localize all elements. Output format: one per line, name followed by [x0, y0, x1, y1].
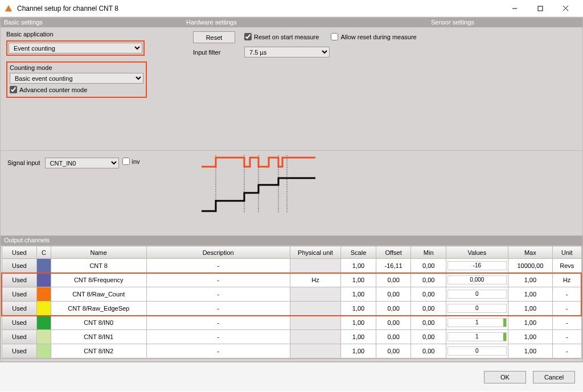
column-header[interactable]: Name	[51, 246, 146, 259]
channel-description[interactable]: -	[146, 316, 290, 330]
used-button[interactable]: Used	[2, 344, 37, 358]
advanced-counter-mode-input[interactable]	[10, 86, 17, 93]
used-button[interactable]: Used	[2, 330, 37, 344]
allow-reset-checkbox[interactable]: Allow reset during measure	[331, 33, 416, 40]
offset-value[interactable]: 0,00	[376, 302, 411, 316]
column-header[interactable]: Scale	[341, 246, 376, 259]
min-value[interactable]: 0,00	[411, 259, 446, 273]
max-value[interactable]: 1,00	[508, 302, 552, 316]
column-header[interactable]: Unit	[553, 246, 581, 259]
counting-mode-select[interactable]: Basic event counting	[10, 73, 143, 84]
unit-value[interactable]: -	[553, 302, 581, 316]
used-button[interactable]: Used	[2, 302, 37, 316]
color-swatch[interactable]	[37, 302, 51, 316]
column-header[interactable]: C	[37, 246, 51, 259]
cancel-button[interactable]: Cancel	[533, 371, 575, 383]
channel-description[interactable]: -	[146, 344, 290, 358]
min-value[interactable]: 0,00	[411, 316, 446, 330]
min-value[interactable]: 0,00	[411, 330, 446, 344]
max-value[interactable]: 1,00	[508, 287, 552, 302]
offset-value[interactable]: 0,00	[376, 273, 411, 287]
maximize-button[interactable]	[527, 0, 553, 17]
signal-input-label: Signal input	[7, 159, 40, 166]
channel-description[interactable]: -	[146, 273, 290, 287]
min-value[interactable]: 0,00	[411, 344, 446, 358]
column-header[interactable]: Used	[2, 246, 37, 259]
allow-reset-input[interactable]	[331, 33, 338, 40]
channel-description[interactable]: -	[146, 287, 290, 302]
scale-value[interactable]: 1,00	[341, 316, 376, 330]
offset-value[interactable]: 0,00	[376, 287, 411, 302]
minimize-button[interactable]	[502, 0, 527, 17]
physical-unit[interactable]	[290, 287, 341, 302]
used-button[interactable]: Used	[2, 287, 37, 302]
scale-value[interactable]: 1,00	[341, 287, 376, 302]
min-value[interactable]: 0,00	[411, 302, 446, 316]
min-value[interactable]: 0,00	[411, 287, 446, 302]
min-value[interactable]: 0,00	[411, 273, 446, 287]
max-value[interactable]: 10000,00	[508, 259, 552, 273]
physical-unit[interactable]	[290, 302, 341, 316]
channel-name[interactable]: CNT 8/Raw_EdgeSep	[51, 302, 146, 316]
channel-name[interactable]: CNT 8/Raw_Count	[51, 287, 146, 302]
channel-name[interactable]: CNT 8/Frequency	[51, 273, 146, 287]
max-value[interactable]: 1,00	[508, 330, 552, 344]
unit-value[interactable]: -	[553, 316, 581, 330]
basic-application-select[interactable]: Event counting	[9, 43, 142, 53]
column-header[interactable]: Offset	[376, 246, 411, 259]
color-swatch[interactable]	[37, 330, 51, 344]
used-button[interactable]: Used	[2, 273, 37, 287]
scale-value[interactable]: 1,00	[341, 273, 376, 287]
unit-value[interactable]: -	[553, 330, 581, 344]
color-swatch[interactable]	[37, 273, 51, 287]
max-value[interactable]: 1,00	[508, 316, 552, 330]
channel-description[interactable]: -	[146, 302, 290, 316]
used-button[interactable]: Used	[2, 316, 37, 330]
color-swatch[interactable]	[37, 287, 51, 302]
color-swatch[interactable]	[37, 316, 51, 330]
color-swatch[interactable]	[37, 259, 51, 273]
physical-unit[interactable]	[290, 344, 341, 358]
scale-value[interactable]: 1,00	[341, 259, 376, 273]
reset-on-start-checkbox[interactable]: Reset on start measure	[244, 33, 319, 40]
channel-name[interactable]: CNT 8	[51, 259, 146, 273]
column-header[interactable]: Description	[146, 246, 290, 259]
reset-on-start-input[interactable]	[244, 33, 252, 40]
close-button[interactable]	[553, 0, 578, 17]
unit-value[interactable]: -	[553, 287, 581, 302]
max-value[interactable]: 1,00	[508, 344, 552, 358]
max-value[interactable]: 1,00	[508, 273, 552, 287]
channel-description[interactable]: -	[146, 330, 290, 344]
offset-value[interactable]: 0,00	[376, 330, 411, 344]
offset-value[interactable]: -16,11	[376, 259, 411, 273]
ok-button[interactable]: OK	[484, 371, 526, 383]
physical-unit[interactable]	[290, 330, 341, 344]
scale-value[interactable]: 1,00	[341, 330, 376, 344]
reset-button[interactable]: Reset	[193, 31, 235, 43]
column-header[interactable]: Min	[411, 246, 446, 259]
offset-value[interactable]: 0,00	[376, 344, 411, 358]
physical-unit[interactable]	[290, 316, 341, 330]
physical-unit[interactable]: Hz	[290, 273, 341, 287]
signal-inv-input[interactable]	[122, 158, 130, 165]
channel-description[interactable]: -	[146, 259, 290, 273]
physical-unit[interactable]	[290, 259, 341, 273]
signal-input-select[interactable]: CNT_IN0	[45, 158, 119, 168]
offset-value[interactable]: 0,00	[376, 316, 411, 330]
scale-value[interactable]: 1,00	[341, 344, 376, 358]
channel-name[interactable]: CNT 8/IN0	[51, 316, 146, 330]
scale-value[interactable]: 1,00	[341, 302, 376, 316]
column-header[interactable]: Max	[508, 246, 552, 259]
unit-value[interactable]: -	[553, 344, 581, 358]
column-header[interactable]: Values	[446, 246, 508, 259]
signal-inv-checkbox[interactable]: inv	[122, 158, 140, 165]
channel-name[interactable]: CNT 8/IN1	[51, 330, 146, 344]
used-button[interactable]: Used	[2, 259, 37, 273]
advanced-counter-mode-checkbox[interactable]: Advanced counter mode	[10, 86, 87, 93]
unit-value[interactable]: Revs	[553, 259, 581, 273]
unit-value[interactable]: Hz	[553, 273, 581, 287]
column-header[interactable]: Physical unit	[290, 246, 341, 259]
color-swatch[interactable]	[37, 344, 51, 358]
channel-name[interactable]: CNT 8/IN2	[51, 344, 146, 358]
input-filter-select[interactable]: 7.5 µs	[244, 47, 330, 57]
